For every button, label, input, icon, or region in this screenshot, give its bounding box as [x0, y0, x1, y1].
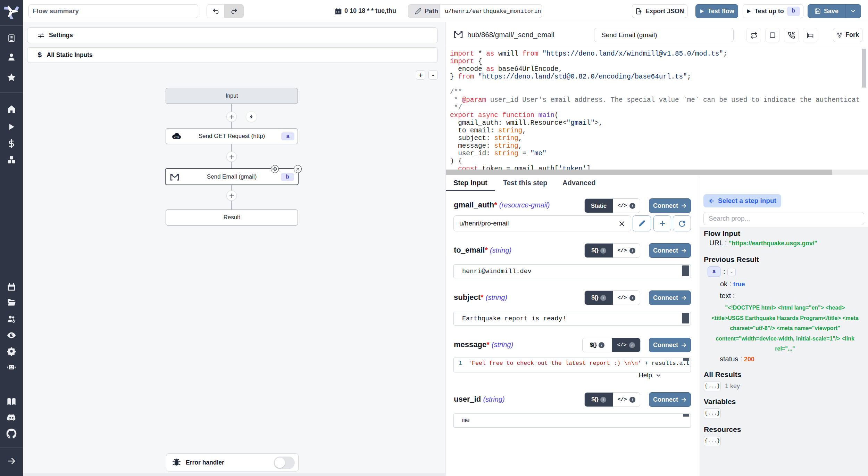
svg-text:HTTP: HTTP: [174, 136, 179, 138]
